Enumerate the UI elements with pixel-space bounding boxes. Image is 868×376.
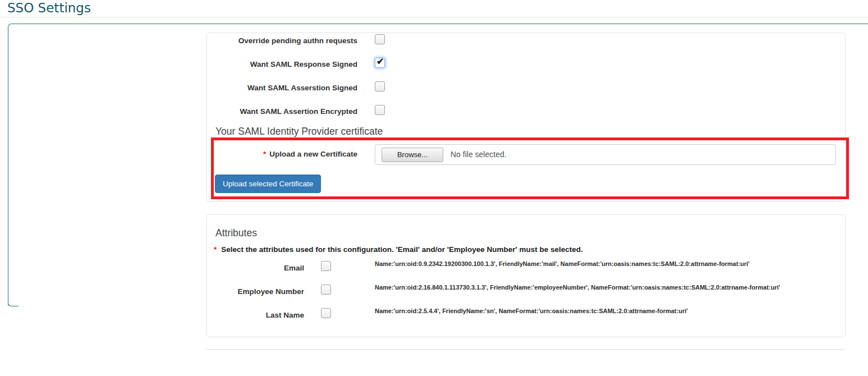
checkmark-icon bbox=[376, 56, 384, 67]
attribute-label-employee-number: Employee Number bbox=[210, 287, 304, 296]
upload-certificate-label: *Upload a new Certificate bbox=[210, 149, 357, 159]
checkbox-attribute-employee-number[interactable] bbox=[321, 285, 331, 295]
attribute-label-email: Email bbox=[210, 264, 304, 272]
page-title: SSO Settings bbox=[7, 1, 91, 15]
title-divider bbox=[0, 17, 868, 17]
certificate-section-heading: Your SAML Identity Provider certificate bbox=[215, 126, 383, 137]
attributes-instruction: *Select the attributes used for this con… bbox=[214, 245, 583, 254]
bottom-divider bbox=[206, 349, 844, 350]
checkbox-label-want-assertion-encrypted: Want SAML Assertion Encrypted bbox=[210, 107, 357, 116]
checkbox-want-assertion-signed[interactable] bbox=[375, 81, 385, 91]
upload-certificate-label-text: Upload a new Certificate bbox=[269, 150, 357, 158]
attribute-description-employee-number: Name:'urn:oid:2.16.840.1.113730.3.1.3', … bbox=[375, 284, 780, 291]
checkbox-label-want-response-signed: Want SAML Response Signed bbox=[210, 59, 357, 69]
upload-certificate-button[interactable]: Upload selected Certificate bbox=[215, 175, 321, 193]
checkbox-want-assertion-encrypted[interactable] bbox=[375, 105, 385, 115]
checkbox-label-want-assertion-signed: Want SAML Asserstion Signed bbox=[210, 83, 357, 93]
required-marker: * bbox=[214, 245, 217, 254]
attributes-instruction-text: Select the attributes used for this conf… bbox=[221, 245, 582, 254]
attribute-description-last-name: Name:'urn:oid:2.5.4.4', FriendlyName:'sn… bbox=[375, 308, 688, 314]
attribute-description-email: Name:'urn:oid:0.9.2342.19200300.100.1.3'… bbox=[375, 260, 750, 267]
certificate-file-input[interactable]: Browse... No file selected. bbox=[375, 144, 836, 165]
required-marker: * bbox=[263, 150, 266, 158]
checkbox-attribute-last-name[interactable] bbox=[321, 308, 331, 318]
checkbox-override-pending[interactable] bbox=[375, 34, 385, 44]
checkbox-attribute-email[interactable] bbox=[321, 261, 331, 271]
sso-settings-page: SSO Settings Override pending authn requ… bbox=[0, 0, 868, 376]
checkbox-want-response-signed[interactable] bbox=[375, 58, 385, 68]
checkbox-label-override-pending: Override pending authn requests bbox=[210, 36, 357, 45]
attribute-label-last-name: Last Name bbox=[210, 311, 304, 319]
browse-button[interactable]: Browse... bbox=[382, 148, 443, 162]
file-status-text: No file selected. bbox=[451, 150, 507, 159]
attributes-section-heading: Attributes bbox=[215, 227, 257, 239]
